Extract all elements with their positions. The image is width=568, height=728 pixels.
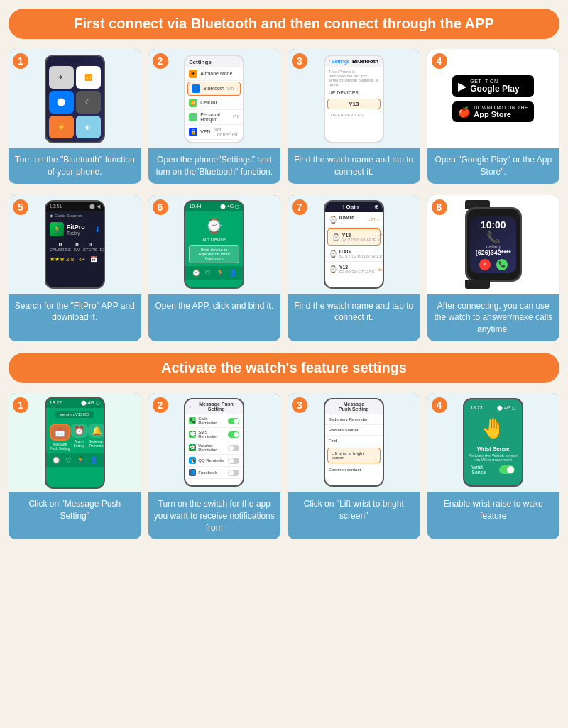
step-2-card: 2 Settings ✈ Airplane Mode 🔵 Bluetooth O…	[148, 49, 281, 184]
lw-remote-arrow: ›	[378, 428, 379, 432]
watch-decline-btn[interactable]: ✕	[479, 259, 491, 270]
s2-calls-toggle[interactable]	[228, 418, 239, 424]
s2-step-3-number: 3	[292, 397, 307, 413]
s2-sms-toggle[interactable]	[228, 431, 239, 438]
s2-sms-label: SMS Reminder	[198, 430, 226, 439]
lw-contact-row: Common contact ›	[325, 465, 383, 475]
s2-step-1-card: 1 18:22 ⬤ 4G ◻ Version:V13653 📩 MessageP…	[9, 393, 141, 539]
google-play-button[interactable]: ▶ GET IT ON Google Play	[452, 75, 534, 97]
bt-other-devices: OTHER DEVICES	[325, 111, 383, 118]
step-6-card: 6 18:44 ⬤ 4G ◻ ⌚ No Device Bind device t…	[148, 195, 281, 341]
devlist-header: ↑ Gain ⊕	[325, 202, 383, 212]
s2-time: 18:22	[50, 400, 62, 406]
hotspot-label: Personal Hotspot	[200, 112, 230, 122]
ws-desc: Activate the Watch screen via Wrist move…	[468, 453, 518, 462]
ws-toggle-label: Wrist Sense	[471, 465, 495, 475]
devlist-y13-icon: ⌚	[332, 233, 340, 241]
bluetooth-label: Bluetooth	[203, 86, 224, 91]
s2-step-1-number: 1	[13, 397, 28, 413]
s2-step-3-image: 3 MessagePush Setting Sedentary Reminder…	[288, 393, 420, 492]
watch-answer-btn[interactable]: 📞	[496, 259, 508, 270]
airplane-label: Airplane Mode	[200, 71, 239, 76]
s2-nav-health: ♡	[65, 456, 72, 464]
s2-qq-toggle[interactable]	[228, 458, 239, 464]
bind-status: ⬤ 4G ◻	[220, 204, 239, 209]
step-3-card: 3 ‹ Settings Bluetooth This iPhone is di…	[288, 49, 420, 184]
ws-label: Wrist Sense	[477, 446, 510, 452]
step-7-desc: Find the watch name and tap to connect i…	[288, 294, 420, 341]
step-1-desc: Turn on the "Bluetooth" function of your…	[9, 148, 141, 184]
bt-back-btn: ‹ Settings	[329, 59, 350, 64]
s2-version: Version:V13653	[46, 411, 104, 418]
step-6-number: 6	[153, 199, 168, 215]
s2-step-3-card: 3 MessagePush Setting Sedentary Reminder…	[288, 393, 420, 539]
cc-screen-btn: ◐	[76, 116, 101, 138]
lw-find-arrow: ›	[378, 439, 379, 443]
fp-status-icons: ⬤ ◀	[89, 204, 100, 209]
bind-nav-profile: 👤	[229, 269, 237, 277]
lw-find-row: Find ›	[325, 436, 383, 446]
s2-calls-row: 📞 Calls Reminder	[185, 414, 243, 428]
s2-facebook-toggle[interactable]	[228, 470, 239, 476]
liftwrist-screen-mockup: MessagePush Setting Sedentary Reminder ›…	[324, 398, 384, 487]
bind-button[interactable]: Bind device to experience more features …	[189, 245, 239, 263]
s2-step-1-desc: Click on "Message Push Setting"	[9, 492, 141, 539]
step-4-card: 4 ▶ GET IT ON Google Play 🍎 Download on …	[427, 49, 560, 184]
step-3-number: 3	[292, 53, 307, 69]
s2-facebook-row: 📘 Facebook	[185, 467, 243, 479]
cellular-icon: 📶	[189, 99, 197, 107]
settings-hotspot-row: 🔗 Personal Hotspot Off	[185, 110, 243, 125]
step-2-image: 2 Settings ✈ Airplane Mode 🔵 Bluetooth O…	[148, 49, 281, 148]
devlist-idw16-info: IDW16 ...	[339, 215, 354, 224]
control-center-mockup: ✈ 📶 ⬤ ☾ ⚡ ◐	[45, 55, 105, 143]
watch-container: 10:00 📞 calling (626)342**** ✕ 📞	[465, 207, 522, 282]
steps-row-1: 1 ✈ 📶 ⬤ ☾ ⚡ ◐ Turn on the "Bluetooth" fu…	[9, 49, 559, 184]
s2-calls-icon: 📞	[189, 417, 196, 424]
s2-alarm-icon: ⏰ Alarm Setting	[70, 424, 88, 451]
bind-no-device: No Device	[185, 237, 243, 242]
bt-description: This iPhone is discoverable as "xxx" whi…	[325, 67, 383, 89]
fp-rating: ★★★ 2.8 4+ 📅	[46, 254, 104, 265]
fp-logo-icon: 🏃	[50, 222, 64, 236]
s2-wechat-toggle[interactable]	[228, 445, 239, 451]
devlist-y13-info: Y13 24:22:D0:10:AF:E	[342, 233, 376, 242]
fp-steps: 0 STEPS	[83, 241, 97, 252]
airplane-icon: ✈	[189, 70, 197, 78]
devlist-y13-2-row: ⌚ Y13 D3:59:0D:GP:GPS -97	[325, 262, 383, 277]
bind-watch-icon: ⌚	[185, 211, 243, 237]
settings-cellular-row: 📶 Cellular	[185, 96, 243, 110]
devlist-idw16-icon: ⌚	[329, 216, 337, 224]
devlist-itag-info: ITAG 5D:17:03:B5:0B:09:11:0	[339, 249, 384, 258]
cc-row-1: ✈ 📶	[49, 66, 101, 89]
watch-caller-number: (626)342****	[476, 249, 511, 256]
watch-mockup: 10:00 📞 calling (626)342**** ✕ 📞	[465, 207, 522, 282]
section2-banner: Activate the watch's feature settings	[9, 353, 559, 383]
devlist-icon-right: ⊕	[374, 204, 379, 210]
vpn-value: Not Connected	[214, 127, 240, 137]
step-6-desc: Open the APP, click and bind it.	[148, 294, 281, 341]
fp-stats: 0 CALORIES 0 KM 0 STEPS 0 EXERCISES	[46, 239, 104, 254]
s2-msg-push-icon[interactable]: 📩 MessagePush Setting	[50, 424, 70, 451]
bluetooth-value: On	[227, 86, 234, 91]
settings-mockup: Settings ✈ Airplane Mode 🔵 Bluetooth On …	[184, 55, 244, 143]
cellular-label: Cellular	[200, 100, 239, 105]
s2-nav-profile: 👤	[89, 456, 98, 464]
hotspot-icon: 🔗	[189, 113, 197, 121]
cc-bluetooth-btn: ⬤	[49, 91, 74, 114]
cc-row-3: ⚡ ◐	[49, 116, 101, 138]
ws-wrist-icon: 🤚	[481, 417, 506, 440]
step-4-number: 4	[432, 53, 447, 69]
s2-sms-icon: 💬	[189, 431, 196, 438]
app-store-top-text: Download on the	[474, 105, 528, 110]
step-7-image: 7 ↑ Gain ⊕ ⌚ IDW16 ... -21 › ⌚	[288, 195, 420, 294]
bind-bottom-nav: ⌚ ♡ 🏃 👤	[185, 266, 243, 280]
app-store-bottom-text: App Store	[474, 110, 528, 118]
app-store-button[interactable]: 🍎 Download on the App Store	[452, 101, 534, 122]
step-2-number: 2	[153, 53, 168, 69]
app-store-area: ▶ GET IT ON Google Play 🍎 Download on th…	[445, 68, 541, 129]
cc-misc-btn: ☾	[76, 91, 101, 114]
lw-liftwrist-row[interactable]: Lift wrist to bright screen ›	[327, 448, 381, 463]
settings-airplane-row: ✈ Airplane Mode	[185, 67, 243, 81]
devlist-y13-row[interactable]: ⌚ Y13 24:22:D0:10:AF:E -57 ›	[327, 228, 381, 246]
ws-toggle[interactable]	[499, 465, 515, 474]
